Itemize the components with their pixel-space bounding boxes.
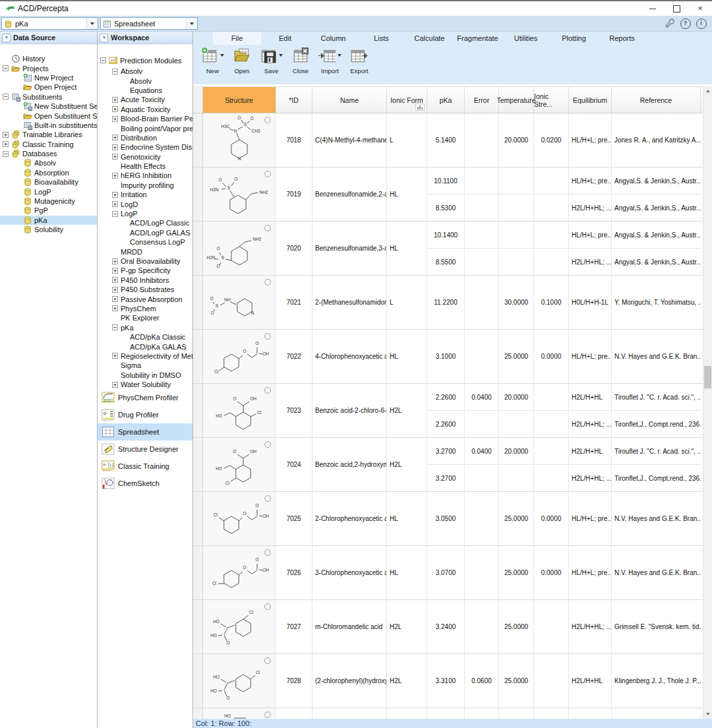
structure-radio-circle[interactable] (264, 441, 271, 448)
tree-item-trainable-libraries[interactable]: +Trainable Libraries (0, 130, 97, 139)
equilibrium-cell[interactable]: HL/H+L; pre... (569, 546, 612, 599)
ionic-form-cell[interactable]: HL (387, 167, 427, 221)
reference-cell[interactable]: Angyal,S. & Jenkin,S., Austr... (612, 222, 701, 248)
ionic-form-cell[interactable]: H2L (387, 384, 427, 437)
table-row[interactable]: OSONHN70212-(Methanesulfonamidometh...L1… (193, 276, 712, 330)
tree-item-classic-training[interactable]: +Classic Training (0, 140, 97, 149)
tree-item-classic-training[interactable]: o-Classic Training (98, 458, 193, 475)
tree-item-p450-substrates[interactable]: +P450 Substrates (98, 285, 193, 294)
reference-cell[interactable]: N.V. Hayes and G.E.K. Bran... (612, 330, 701, 383)
name-cell[interactable] (312, 708, 387, 719)
table-row[interactable]: SOOH2NNH27019Benzenesulfonamide,2-amin..… (193, 167, 712, 222)
tree-item-substituents[interactable]: −RSubstituents (0, 92, 97, 102)
structure-radio-circle[interactable] (264, 603, 271, 610)
table-row[interactable]: OOHHOCl7024Benzoic acid,2-hydroxymeth...… (193, 438, 712, 492)
tree-item-bioavailability[interactable]: Bioavailability (0, 177, 97, 187)
column-header-pka[interactable]: pKa (427, 87, 465, 113)
table-row[interactable]: HO (193, 708, 712, 719)
reference-cell[interactable]: Tirouflet J. "C. r. Acad. sci.", ... (612, 438, 701, 464)
id-cell[interactable]: 7027 (276, 600, 312, 653)
equilibrium-cell[interactable]: H2L/H+HL; ... (569, 465, 612, 491)
reference-cell[interactable]: Jones R. A., and Katritzky A... (612, 113, 701, 167)
tree-item-genotoxicity[interactable]: +Genotoxicity (98, 152, 193, 162)
tree-item-solubility-in-dmso[interactable]: Solubility in DMSO (98, 371, 193, 380)
error-cell[interactable] (465, 465, 499, 491)
close-button[interactable]: × (688, 1, 712, 16)
chevron-down-icon[interactable] (220, 54, 224, 57)
workspace-combo[interactable]: Spreadsheet (100, 17, 198, 30)
ionic-strength-cell[interactable] (534, 438, 569, 464)
row-header-cell[interactable] (193, 546, 203, 599)
tree-item-new-project[interactable]: New Project (0, 73, 97, 82)
scroll-up-arrow[interactable] (703, 86, 712, 96)
structure-cell[interactable]: SOOH2NNH2 (203, 167, 276, 221)
equilibrium-cell[interactable]: HL/H+L; pre... (569, 330, 612, 383)
structure-cell[interactable]: HOHOOCl (203, 654, 276, 708)
equilibrium-cell[interactable]: HL/H+L; pre... (569, 167, 612, 194)
tree-item-new-substituent-set[interactable]: RNew Substituent Set (0, 102, 97, 111)
id-cell[interactable]: 7025 (276, 492, 312, 545)
table-row[interactable]: ClOOOH70224-Chlorophenoxyacetic acidHL3.… (193, 330, 712, 384)
tree-expander-icon[interactable]: + (112, 353, 118, 359)
temperature-cell[interactable]: 25.0000 (499, 546, 534, 599)
row-header-cell[interactable] (193, 222, 203, 275)
column-header-structure[interactable]: Structure (203, 87, 276, 113)
tree-item-physchem-profiler[interactable]: PhysChem Profiler (98, 389, 193, 406)
menu-tab-lists[interactable]: Lists (357, 32, 405, 45)
equilibrium-cell[interactable]: H0L/H+H-1L (569, 276, 612, 329)
ionic-strength-cell[interactable]: 0.0000 (534, 546, 569, 599)
ionic-strength-cell[interactable]: 0.0200 (534, 113, 569, 167)
temperature-cell[interactable]: 25.0000 (499, 492, 534, 545)
structure-cell[interactable]: NH2SOOH2N (203, 222, 276, 275)
reference-cell[interactable]: Klingenberg J. J., Thole J. P.,... (612, 654, 701, 708)
table-row[interactable]: ClOOOH70252-Chlorophenoxyacetic acidHL3.… (193, 492, 712, 546)
equilibrium-cell[interactable]: H2L/H+HL; ... (569, 600, 612, 653)
table-row[interactable]: NH3CSOOCH3N7018C(4)N-Methyl-4-methanesul… (193, 113, 712, 167)
row-header-cell[interactable] (193, 600, 203, 653)
tree-expander-icon[interactable]: + (3, 132, 9, 138)
ionic-form-cell[interactable]: HL (387, 546, 427, 599)
structure-cell[interactable]: ClOOOH (203, 492, 276, 545)
ionic-form-cell[interactable]: H2L (387, 654, 427, 708)
ionic-form-cell[interactable]: H2L (387, 438, 427, 491)
temperature-cell[interactable] (499, 465, 534, 491)
tree-item-pk-explorer[interactable]: PK Explorer (98, 313, 193, 322)
structure-cell[interactable]: NH3CSOOCH3N (203, 113, 276, 167)
row-header-cell[interactable] (193, 438, 203, 491)
ionic-strength-cell[interactable] (534, 384, 569, 410)
tree-item-acd-pka-classic[interactable]: ACD/pKa Classic (98, 332, 193, 342)
reference-cell[interactable]: Tirouflet J. "C. r. Acad. sci.", ... (612, 384, 701, 410)
temperature-cell[interactable]: 25.0000 (499, 330, 534, 383)
pka-cell[interactable]: 3.0700 (427, 546, 465, 599)
structure-cell[interactable]: OSONHN (203, 276, 276, 329)
tree-expander-icon[interactable]: + (112, 258, 118, 264)
table-row[interactable]: OOHClHO7023Benzoic acid-2-chloro-6-hyd..… (193, 384, 712, 438)
tree-expander-icon[interactable]: − (3, 65, 9, 71)
tree-item-boiling-point-vapor-pressure[interactable]: Boiling point/Vapor pressure (98, 123, 193, 133)
column-header-id[interactable]: *ID (276, 87, 312, 113)
column-header-ionic-stre[interactable]: Ionic Stre... (534, 87, 569, 113)
equilibrium-cell[interactable]: HL/H+L; pre... (569, 492, 612, 545)
tree-item-projects[interactable]: −Projects (0, 63, 97, 73)
scrollbar-thumb[interactable] (704, 366, 711, 388)
column-header-equilibrium[interactable]: Equilibrium (569, 87, 612, 113)
name-cell[interactable]: Benzoic acid-2-chloro-6-hyd... (312, 384, 387, 437)
tree-expander-icon[interactable]: + (112, 287, 118, 293)
structure-cell[interactable]: HO (203, 708, 276, 719)
structure-radio-circle[interactable] (264, 225, 271, 231)
tree-expander-icon[interactable]: + (112, 192, 118, 198)
reference-cell[interactable]: N.V. Hayes and G.E.K. Bran... (612, 492, 701, 545)
table-row[interactable]: HOHOOCl7027m-Chloromandelic acidH2L3.240… (193, 600, 712, 654)
tree-item-logp[interactable]: −LogP (98, 209, 193, 218)
pka-cell[interactable]: 11.2200 (427, 276, 465, 329)
tree-item-solubility[interactable]: Solubility (0, 225, 97, 234)
temperature-cell[interactable]: 20.0000 (499, 438, 534, 464)
tree-item-absolv[interactable]: Absolv (0, 158, 97, 167)
vertical-scrollbar[interactable] (703, 86, 712, 719)
tree-item-mutagenicity[interactable]: Mutagenicity (0, 197, 97, 206)
tree-item-sigma[interactable]: Sigma (98, 361, 193, 370)
ionic-form-cell[interactable]: L (387, 113, 427, 167)
temperature-cell[interactable] (499, 222, 534, 248)
tree-item-logp[interactable]: LogP (0, 187, 97, 196)
ionic-form-cell[interactable] (387, 708, 427, 719)
